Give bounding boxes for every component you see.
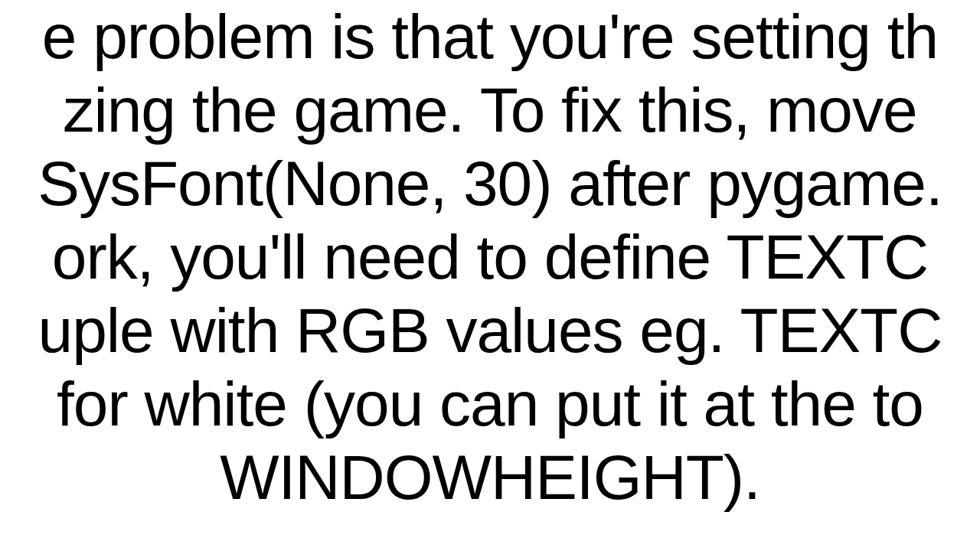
document-text: e problem is that you're setting th zing…: [0, 0, 980, 514]
